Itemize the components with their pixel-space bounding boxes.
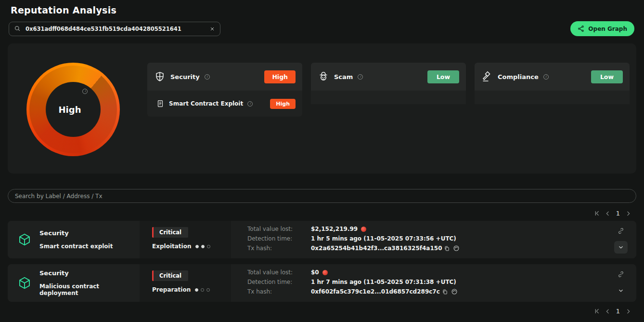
alert-details: Total value lost: $2,152,219.99 Detectio… — [231, 221, 605, 258]
prev-page-button[interactable] — [605, 308, 611, 315]
stage-dot — [195, 245, 199, 248]
detection-time-line: Detection time: 1 hr 7 mins ago (11-05-2… — [247, 279, 605, 285]
stage-label: Preparation — [152, 286, 191, 293]
next-page-button[interactable] — [625, 210, 631, 217]
open-graph-button[interactable]: Open Graph — [570, 21, 634, 36]
compliance-risk-badge: Low — [591, 70, 623, 83]
contract-icon — [156, 99, 165, 108]
security-card: Security High Smart Contract Exploit Hig… — [147, 63, 302, 117]
gauge-center: High — [46, 82, 101, 137]
clear-search-button[interactable] — [209, 26, 215, 32]
scam-card: Scam Low — [311, 63, 466, 117]
info-icon[interactable] — [82, 89, 88, 94]
smart-contract-exploit-badge: High — [270, 99, 296, 109]
smart-contract-exploit-row: Smart Contract Exploit High — [147, 91, 302, 117]
scam-card-header: Scam Low — [311, 63, 466, 91]
security-label: Security — [170, 73, 200, 80]
security-risk-badge: High — [264, 70, 296, 83]
total-value-lost-line: Total value lost: $2,152,219.99 — [247, 226, 605, 232]
alert-severity-section: Critical Exploitation — [140, 221, 231, 258]
total-value-lost-label: Total value lost: — [247, 226, 311, 232]
package-icon — [17, 276, 32, 290]
alert-actions — [605, 221, 636, 258]
severity-badge: Critical — [152, 270, 188, 281]
tx-hash-line: Tx hash: 0x2a65254b41b42f3...ca3816325f4… — [247, 245, 605, 252]
info-icon[interactable] — [543, 74, 549, 80]
expand-chevron-button[interactable] — [614, 241, 628, 254]
attack-stage: Exploitation — [152, 243, 231, 250]
next-page-button[interactable] — [625, 308, 631, 315]
alert-identity-text: Security Smart contract exploit — [39, 229, 113, 250]
package-icon — [17, 232, 32, 247]
compliance-card-header: Compliance Low — [475, 63, 630, 91]
reputation-gauge: High — [26, 63, 120, 156]
scam-label: Scam — [334, 73, 353, 80]
link-icon[interactable] — [617, 227, 625, 235]
pagination-bottom: 1 — [13, 308, 631, 315]
prev-page-button[interactable] — [605, 210, 611, 217]
open-graph-label: Open Graph — [588, 26, 627, 32]
smart-contract-exploit-label: Smart Contract Exploit — [169, 100, 243, 107]
alert-row: Security Malicious contract deployment C… — [8, 264, 636, 302]
address-search-input[interactable] — [26, 26, 205, 32]
page-title: Reputation Analysis — [0, 0, 644, 15]
explorer-icon[interactable] — [453, 245, 460, 252]
address-search-box[interactable] — [9, 22, 220, 36]
alert-name: Smart contract exploit — [39, 243, 113, 250]
first-page-button[interactable] — [593, 308, 601, 315]
alert-severity-section: Critical Preparation — [140, 264, 231, 302]
detection-time-line: Detection time: 1 hr 5 mins ago (11-05-2… — [247, 235, 605, 242]
explorer-icon[interactable] — [451, 288, 458, 295]
total-value-lost-amount: $0 — [311, 269, 319, 276]
alert-category: Security — [39, 229, 113, 237]
reputation-gauge-wrap: High — [8, 63, 139, 156]
first-page-button[interactable] — [593, 210, 601, 217]
search-icon — [14, 25, 21, 32]
scam-card-footer — [311, 91, 466, 104]
link-icon[interactable] — [617, 270, 625, 278]
shield-icon — [154, 71, 166, 82]
compliance-card: Compliance Low — [475, 63, 630, 117]
detection-time-value: 1 hr 5 mins ago (11-05-2025 07:33:56 +UT… — [311, 235, 456, 242]
alert-row: Security Smart contract exploit Critical… — [8, 221, 636, 258]
alerts-filter-bar[interactable] — [8, 189, 636, 203]
copy-icon[interactable] — [442, 289, 448, 295]
alert-category: Security — [39, 269, 140, 277]
info-icon[interactable] — [247, 101, 253, 107]
alert-name: Malicious contract deployment — [39, 283, 140, 296]
alert-details: Total value lost: $0 Detection time: 1 h… — [231, 264, 605, 302]
total-value-lost-value: $2,152,219.99 — [311, 226, 366, 232]
alert-actions — [605, 264, 636, 302]
severity-badge: Critical — [152, 227, 188, 238]
detection-time-label: Detection time: — [247, 235, 311, 242]
compliance-label: Compliance — [498, 73, 539, 80]
tx-hash-actions — [442, 288, 458, 295]
tx-hash-label: Tx hash: — [247, 245, 311, 252]
tx-hash-actions — [444, 245, 460, 252]
stage-progress-dots — [195, 288, 210, 292]
copy-icon[interactable] — [444, 245, 450, 252]
stage-dot — [201, 245, 205, 248]
graph-icon — [578, 25, 585, 32]
compliance-card-footer — [475, 91, 630, 104]
topbar: Open Graph — [9, 21, 634, 36]
scammer-icon — [318, 71, 329, 82]
tx-hash-line: Tx hash: 0xf602fa5c379c1e2...01d6857cd28… — [247, 288, 605, 295]
stage-progress-dots — [195, 245, 210, 248]
alert-identity-text: Security Malicious contract deployment — [39, 269, 140, 296]
detection-time-label: Detection time: — [247, 279, 311, 285]
alerts-search-input[interactable] — [15, 193, 629, 200]
detection-time-value: 1 hr 7 mins ago (11-05-2025 07:31:38 +UT… — [311, 279, 456, 285]
total-value-lost-amount: $2,152,219.99 — [311, 226, 358, 232]
category-cards: Security High Smart Contract Exploit Hig… — [147, 63, 630, 117]
info-icon[interactable] — [205, 74, 210, 80]
reputation-summary-panel: High Security High Smart Contract Exploi… — [8, 43, 636, 174]
stage-label: Exploitation — [152, 243, 191, 250]
expand-chevron-button[interactable] — [614, 284, 628, 297]
info-icon[interactable] — [358, 74, 363, 80]
loss-indicator-icon — [361, 227, 366, 232]
total-value-lost-value: $0 — [311, 269, 328, 276]
page-number[interactable]: 1 — [615, 308, 621, 315]
page-number[interactable]: 1 — [615, 210, 621, 217]
tx-hash-label: Tx hash: — [247, 288, 311, 295]
